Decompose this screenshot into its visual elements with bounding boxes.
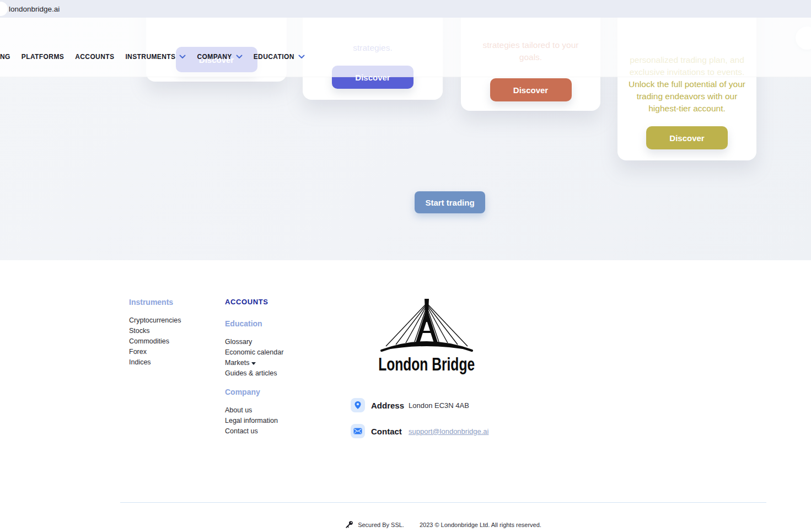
url-text[interactable]: londonbridge.ai xyxy=(9,5,60,13)
nav-item-company[interactable]: COMPANY xyxy=(197,53,242,61)
company-heading: Company xyxy=(225,388,350,396)
nav-item-education[interactable]: EDUCATION xyxy=(254,53,305,61)
nav-item-instruments[interactable]: INSTRUMENTS xyxy=(125,53,186,61)
browser-url-bar: londonbridge.ai xyxy=(0,0,811,18)
instruments-heading: Instruments xyxy=(129,298,225,307)
address-value: London EC3N 4AB xyxy=(409,401,469,410)
ssl-badge: Secured By SSL. xyxy=(345,520,404,529)
instruments-list: Cryptocurrencies Stocks Commodities Fore… xyxy=(129,315,225,368)
accounts-heading[interactable]: ACCOUNTS xyxy=(225,298,350,306)
footer-col-company: ACCOUNTS Education Glossary Economic cal… xyxy=(225,298,350,438)
london-bridge-logo: London Bridge xyxy=(350,298,504,374)
site-header: NG PLATFORMS ACCOUNTS INSTRUMENTS COMPAN… xyxy=(0,18,811,77)
envelope-icon xyxy=(351,424,365,438)
footer-link-economic-calendar[interactable]: Economic calendar xyxy=(225,347,350,358)
location-pin-icon xyxy=(351,398,365,412)
chevron-down-icon xyxy=(236,55,243,59)
footer-link-markets[interactable]: Markets xyxy=(225,358,350,368)
discover-button-3[interactable]: Discover xyxy=(490,78,572,101)
copyright-text: 2023 © Londonbridge Ltd. All rights rese… xyxy=(420,522,541,528)
footer-link-contact-us[interactable]: Contact us xyxy=(225,426,350,437)
footer-link-indices[interactable]: Indices xyxy=(129,357,225,368)
company-block: Company About us Legal information Conta… xyxy=(225,388,350,437)
footer-bottom-row: Secured By SSL. 2023 © Londonbridge Ltd.… xyxy=(120,503,766,529)
company-list: About us Legal information Contact us xyxy=(225,405,350,437)
footer-link-forex[interactable]: Forex xyxy=(129,347,225,357)
footer-link-glossary[interactable]: Glossary xyxy=(225,337,350,347)
page-root: Discover strategies. Discover strategies… xyxy=(0,0,811,532)
education-heading: Education xyxy=(225,319,350,328)
footer-col-logo: London Bridge Address London EC3N 4AB xyxy=(350,298,504,438)
bridge-logo-icon xyxy=(379,298,474,354)
contact-row: Contact support@londonbridge.ai xyxy=(351,424,504,438)
site-footer: Instruments Cryptocurrencies Stocks Comm… xyxy=(120,260,766,438)
chevron-down-icon xyxy=(179,55,186,59)
footer-link-stocks[interactable]: Stocks xyxy=(129,326,225,336)
main-nav: NG PLATFORMS ACCOUNTS INSTRUMENTS COMPAN… xyxy=(0,53,305,61)
key-icon xyxy=(345,520,353,529)
footer-link-legal-information[interactable]: Legal information xyxy=(225,416,350,426)
ssl-text: Secured By SSL. xyxy=(358,522,404,528)
contact-label: Contact xyxy=(371,427,405,436)
logo-wordmark: London Bridge xyxy=(379,354,475,375)
footer-link-guides-articles[interactable]: Guides & articles xyxy=(225,368,350,379)
footer-link-about-us[interactable]: About us xyxy=(225,405,350,416)
chevron-down-icon xyxy=(298,55,305,59)
education-block: Education Glossary Economic calendar Mar… xyxy=(225,319,350,379)
nav-item-label: COMPANY xyxy=(197,53,232,61)
contact-rows: Address London EC3N 4AB Contact support@… xyxy=(350,398,504,438)
nav-item-label: NG xyxy=(0,53,10,61)
footer-bottom-bar: Secured By SSL. 2023 © Londonbridge Ltd.… xyxy=(120,502,766,529)
education-list: Glossary Economic calendar Markets Guide… xyxy=(225,337,350,379)
footer-col-instruments: Instruments Cryptocurrencies Stocks Comm… xyxy=(120,298,225,438)
nav-item-ng-partial[interactable]: NG xyxy=(0,53,10,61)
caret-down-icon xyxy=(251,362,256,365)
footer-link-cryptocurrencies[interactable]: Cryptocurrencies xyxy=(129,315,225,326)
markets-label: Markets xyxy=(225,359,249,367)
address-label: Address xyxy=(371,401,405,410)
address-row: Address London EC3N 4AB xyxy=(351,398,504,412)
nav-item-label: PLATFORMS xyxy=(22,53,64,61)
footer-columns: Instruments Cryptocurrencies Stocks Comm… xyxy=(120,260,766,438)
nav-item-label: INSTRUMENTS xyxy=(125,53,175,61)
support-email-link[interactable]: support@londonbridge.ai xyxy=(409,427,488,436)
nav-item-label: EDUCATION xyxy=(254,53,294,61)
tab-favicon-circle xyxy=(0,2,8,16)
nav-item-accounts[interactable]: ACCOUNTS xyxy=(75,53,114,61)
start-trading-button[interactable]: Start trading xyxy=(415,191,485,213)
footer-link-commodities[interactable]: Commodities xyxy=(129,336,225,347)
nav-item-label: ACCOUNTS xyxy=(75,53,114,61)
discover-button-4[interactable]: Discover xyxy=(646,126,728,149)
nav-item-platforms[interactable]: PLATFORMS xyxy=(22,53,64,61)
